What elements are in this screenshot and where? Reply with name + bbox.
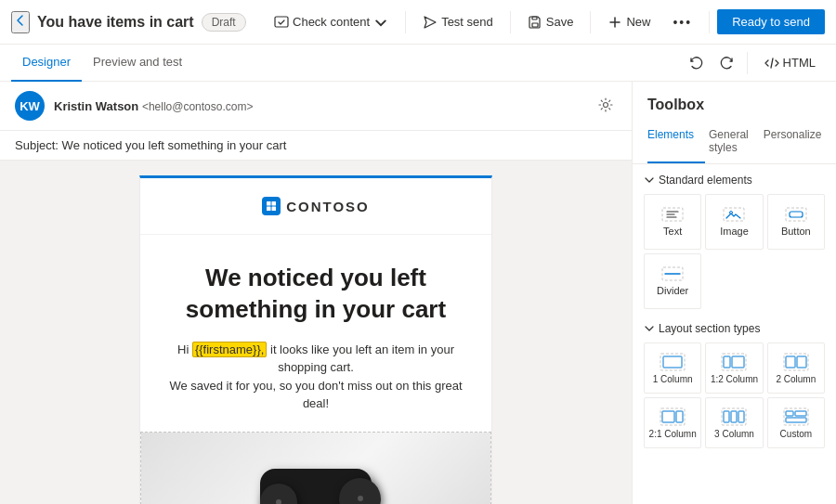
svg-rect-0	[275, 17, 288, 27]
svg-point-3	[604, 102, 608, 107]
check-content-label: Check content	[293, 15, 370, 29]
layout-1-2-column[interactable]: 1:2 Column	[705, 342, 763, 394]
more-button[interactable]: •••	[663, 10, 701, 34]
email-product-image[interactable]	[140, 432, 491, 504]
redo-button[interactable]	[713, 50, 739, 76]
tab-preview[interactable]: Preview and test	[82, 45, 193, 82]
toolbox-title: Toolbox	[633, 82, 836, 121]
layout-3-column[interactable]: 3 Column	[705, 397, 763, 448]
layout-2-column[interactable]: 2 Column	[767, 342, 825, 394]
top-bar-left: You have items in cart Draft	[11, 11, 246, 33]
standard-elements-section: Standard elements Text	[633, 164, 836, 313]
product-earbuds	[223, 450, 409, 504]
earbud-dot-left	[276, 499, 281, 504]
back-button[interactable]	[11, 11, 30, 33]
svg-rect-2	[532, 17, 537, 19]
editor-area: KW Kristin Watson <hello@contoso.com> Su…	[0, 82, 632, 504]
svg-rect-28	[731, 411, 737, 422]
undo-button[interactable]	[684, 50, 710, 76]
sender-name: Kristin Watson	[54, 99, 138, 113]
more-dots: •••	[673, 15, 692, 30]
svg-rect-25	[676, 411, 683, 422]
layout-grid: 1 Column 1:2 Column	[644, 342, 825, 448]
svg-rect-31	[786, 411, 793, 416]
layout-section: Layout section types 1 Column	[633, 313, 836, 452]
svg-rect-18	[724, 356, 730, 368]
email-subject-bar: Subject: We noticed you left something i…	[0, 131, 632, 161]
new-label: New	[626, 15, 650, 29]
tab-bar-actions: HTML	[684, 50, 825, 76]
email-logo-bar: CONTOSO	[140, 178, 491, 235]
svg-rect-33	[786, 418, 806, 422]
tab-bar: Designer Preview and test HTML	[0, 45, 836, 82]
top-bar: You have items in cart Draft Check conte…	[0, 0, 836, 45]
email-headline: We noticed you left something in your ca…	[168, 263, 464, 326]
svg-rect-12	[790, 212, 803, 217]
layout-custom[interactable]: Custom	[767, 397, 825, 448]
svg-rect-11	[786, 208, 806, 221]
test-send-button[interactable]: Test send	[413, 10, 503, 34]
tab-designer[interactable]: Designer	[11, 45, 82, 82]
main-area: KW Kristin Watson <hello@contoso.com> Su…	[0, 82, 836, 504]
divider-3	[590, 11, 591, 33]
toolbox-tab-elements[interactable]: Elements	[647, 121, 705, 163]
svg-rect-7	[272, 207, 277, 212]
email-from: Kristin Watson <hello@contoso.com>	[54, 99, 585, 113]
svg-rect-22	[797, 356, 806, 368]
check-content-button[interactable]: Check content	[265, 10, 398, 34]
email-sender-header: KW Kristin Watson <hello@contoso.com>	[0, 82, 632, 131]
element-image[interactable]: Image	[705, 194, 763, 250]
product-background	[141, 433, 490, 504]
toolbox-tab-personalize[interactable]: Personalize	[764, 121, 833, 163]
save-button[interactable]: Save	[518, 10, 583, 34]
subject-text: We noticed you left something in your ca…	[62, 138, 287, 152]
divider-4	[709, 11, 710, 33]
layout-section-header[interactable]: Layout section types	[644, 322, 825, 335]
toolbox-tab-general[interactable]: General styles	[709, 121, 760, 163]
svg-rect-29	[738, 411, 744, 422]
tab-divider	[747, 52, 748, 74]
body-line2: We saved it for you, so you don't miss o…	[169, 379, 462, 411]
svg-rect-5	[272, 201, 277, 206]
avatar: KW	[15, 91, 45, 121]
logo-text: CONTOSO	[286, 199, 370, 214]
email-settings-button[interactable]	[594, 94, 617, 119]
sender-email: <hello@contoso.com>	[142, 100, 254, 113]
email-hero: We noticed you left something in your ca…	[140, 235, 491, 432]
html-label: HTML	[783, 56, 816, 70]
divider-1	[405, 11, 406, 33]
email-body-text: Hi {{firstname}}, it looks like you left…	[168, 341, 464, 413]
email-canvas[interactable]: CONTOSO We noticed you left something in…	[0, 161, 632, 504]
svg-rect-27	[724, 411, 729, 422]
element-divider[interactable]: Divider	[644, 253, 701, 309]
svg-rect-1	[532, 23, 538, 27]
contoso-logo: CONTOSO	[262, 197, 370, 215]
svg-point-10	[730, 212, 733, 214]
new-button[interactable]: New	[598, 10, 660, 34]
svg-rect-21	[786, 356, 795, 368]
element-button[interactable]: Button	[767, 194, 825, 250]
top-bar-right: Check content Test send Save New	[265, 9, 825, 34]
standard-elements-header[interactable]: Standard elements	[644, 174, 825, 187]
email-template[interactable]: CONTOSO We noticed you left something in…	[139, 175, 492, 504]
svg-rect-16	[663, 356, 682, 368]
divider-2	[510, 11, 511, 33]
svg-rect-32	[795, 411, 806, 416]
svg-rect-9	[724, 208, 744, 221]
body-part2: it looks like you left an item in your s…	[267, 342, 454, 375]
save-label: Save	[546, 15, 574, 29]
test-send-label: Test send	[441, 15, 493, 29]
body-part1: Hi	[177, 342, 192, 356]
layout-2-1-column[interactable]: 2:1 Column	[644, 397, 701, 448]
elements-grid: Text Image Button	[644, 194, 825, 309]
ready-to-send-button[interactable]: Ready to send	[717, 9, 825, 34]
svg-rect-4	[267, 201, 271, 206]
subject-label: Subject:	[15, 138, 59, 152]
personalization-token: {{firstname}},	[192, 342, 267, 357]
toolbox-tabs: Elements General styles Personalize	[633, 121, 836, 164]
logo-icon	[262, 197, 281, 215]
page-title: You have items in cart	[37, 14, 194, 31]
layout-1-column[interactable]: 1 Column	[644, 342, 701, 394]
html-button[interactable]: HTML	[755, 51, 825, 75]
element-text[interactable]: Text	[644, 194, 701, 250]
